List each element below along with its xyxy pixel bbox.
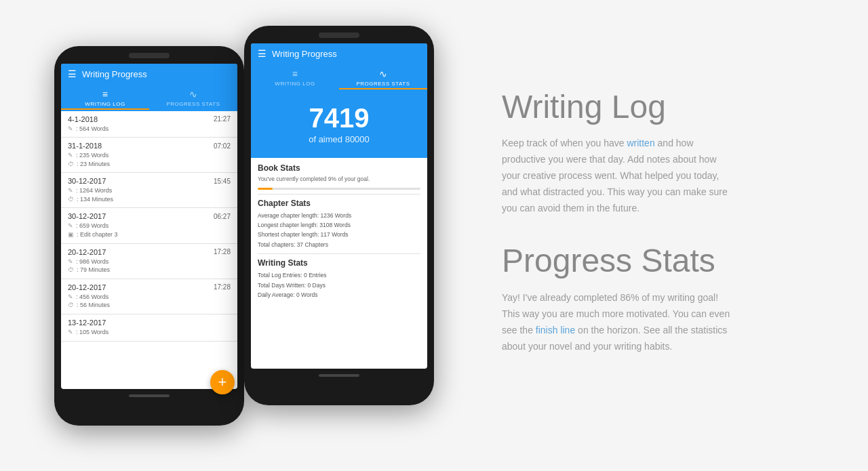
phone-1-tabs: ≡ WRITING LOG ∿ PROGRESS STATS [61, 85, 237, 111]
chapter-total: Total chapters: 37 Chapters [258, 240, 420, 249]
text-section: Writing Log Keep track of when you have … [475, 89, 827, 382]
feature-1-desc: Keep track of when you have written and … [502, 136, 732, 216]
phone-1: ☰ Writing Progress ≡ WRITING LOG ∿ PROGR… [54, 46, 244, 426]
days-written: Total Days Written: 0 Days [258, 281, 420, 290]
feature-1-title: Writing Log [502, 89, 827, 125]
log-item-header: 4-1-2018 21:27 [68, 115, 231, 123]
phone-1-home-bar [129, 394, 170, 397]
phone-1-title: Writing Progress [82, 69, 147, 79]
divider-1 [258, 194, 420, 194]
chart-icon: ∿ [189, 89, 198, 100]
progress-subtext: of aimed 80000 [258, 134, 420, 144]
stats-content: Book Stats You've currently completed 9%… [251, 158, 427, 306]
phone-2-header: ☰ Writing Progress [251, 43, 427, 64]
divider-2 [258, 253, 420, 254]
book-stats-bar [258, 188, 420, 190]
log-item[interactable]: 30-12-2017 15:45 ✎ : 1264 Words ⏱ : 134 … [61, 173, 237, 208]
log-entries-count: Total Log Entries: 0 Entries [258, 270, 420, 280]
feature-2-title: Progress Stats [502, 243, 827, 279]
phone-2-speaker [319, 33, 359, 38]
log-item[interactable]: 13-12-2017 ✎ : 105 Words [61, 314, 237, 342]
phone-1-speaker [129, 53, 170, 58]
feature-writing-log: Writing Log Keep track of when you have … [502, 89, 827, 217]
chart-icon-2: ∿ [379, 68, 388, 79]
feature-2-desc: Yay! I've already completed 86% of my wr… [502, 290, 732, 354]
list-icon-2: ≡ [292, 68, 298, 79]
log-item[interactable]: 4-1-2018 21:27 ✎ : 564 Words [61, 111, 237, 138]
chapter-longest: Longest chapter length: 3108 Words [258, 220, 420, 230]
phone-2-title: Writing Progress [272, 49, 337, 59]
log-item[interactable]: 20-12-2017 17:28 ✎ : 986 Words ⏱ : 79 Mi… [61, 244, 237, 279]
phone-1-screen: ☰ Writing Progress ≡ WRITING LOG ∿ PROGR… [61, 64, 237, 389]
phone-2-screen: ☰ Writing Progress ≡ WRITING LOG ∿ PROGR… [251, 43, 427, 369]
book-stats-fill [258, 188, 273, 190]
tab-writing-log-1[interactable]: ≡ WRITING LOG [61, 85, 149, 110]
daily-avg: Daily Average: 0 Words [258, 290, 420, 300]
writing-stats-title: Writing Stats [258, 258, 420, 268]
fab-button[interactable]: + [210, 370, 235, 394]
phone-2-home-bar [319, 374, 359, 377]
hamburger-icon-2[interactable]: ☰ [258, 49, 267, 58]
chapter-shortest: Shortest chapter length: 117 Words [258, 230, 420, 239]
log-item[interactable]: 31-1-2018 07:02 ✎ : 235 Words ⏱ : 23 Min… [61, 138, 237, 173]
tab-progress-stats-2[interactable]: ∿ PROGRESS STATS [339, 64, 427, 89]
chapter-avg: Average chapter length: 1236 Words [258, 211, 420, 220]
tab-writing-log-2[interactable]: ≡ WRITING LOG [251, 64, 339, 89]
phones-section: ☰ Writing Progress ≡ WRITING LOG ∿ PROGR… [54, 19, 448, 453]
tab-progress-stats-1[interactable]: ∿ PROGRESS STATS [149, 85, 237, 110]
book-stats-title: Book Stats [258, 163, 420, 173]
progress-header: 7419 of aimed 80000 [251, 91, 427, 158]
log-item[interactable]: 30-12-2017 06:27 ✎ : 659 Words ▣ : Edit … [61, 208, 237, 243]
writing-log-list: 4-1-2018 21:27 ✎ : 564 Words 31-1-2018 0… [61, 111, 237, 342]
phone-2: ☰ Writing Progress ≡ WRITING LOG ∿ PROGR… [244, 26, 434, 405]
list-icon: ≡ [102, 89, 108, 100]
main-container: ☰ Writing Progress ≡ WRITING LOG ∿ PROGR… [0, 0, 868, 471]
chapter-stats-title: Chapter Stats [258, 199, 420, 208]
log-item[interactable]: 20-12-2017 17:28 ✎ : 456 Words ⏱ : 56 Mi… [61, 279, 237, 314]
phone-1-header: ☰ Writing Progress [61, 64, 237, 85]
hamburger-icon[interactable]: ☰ [68, 69, 77, 79]
phone-2-tabs: ≡ WRITING LOG ∿ PROGRESS STATS [251, 64, 427, 91]
book-stats-caption: You've currently completed 9% of your go… [258, 176, 420, 182]
progress-number: 7419 [258, 104, 420, 131]
feature-progress-stats: Progress Stats Yay! I've already complet… [502, 243, 827, 354]
